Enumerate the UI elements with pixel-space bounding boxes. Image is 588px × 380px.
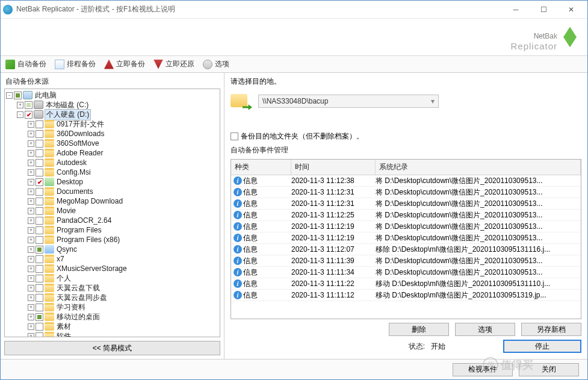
checkbox[interactable] — [36, 236, 43, 244]
events-body[interactable]: i信息2020-11-3 11:12:38将 D:\Desktop\cutdow… — [231, 175, 581, 319]
close-dialog-button[interactable]: 关闭 — [519, 363, 579, 376]
tree-folder-node[interactable]: +0917开封-文件 — [28, 119, 220, 129]
events-group-label: 自动备份事件管理 — [231, 145, 581, 155]
tree-folder-node[interactable]: +PandaOCR_2.64 — [28, 216, 220, 225]
pc-icon — [23, 91, 32, 99]
col-record[interactable]: 系统纪录 — [376, 160, 581, 175]
folder-icon — [45, 284, 54, 292]
folder-icon — [45, 120, 54, 128]
checkbox[interactable] — [36, 207, 43, 215]
tree-folder-node[interactable]: +个人 — [28, 273, 220, 283]
status-label: 状态: — [409, 341, 425, 352]
checkbox[interactable] — [36, 178, 43, 186]
event-row[interactable]: i信息2020-11-3 11:12:38将 D:\Desktop\cutdow… — [231, 175, 581, 187]
folder-icon — [45, 129, 54, 138]
destination-combobox[interactable]: \\NAS33048D\bacup — [258, 95, 439, 108]
backup-now-button[interactable]: 立即备份 — [104, 59, 145, 69]
tree-folder-node[interactable]: +Movie — [28, 206, 220, 216]
checkbox[interactable] — [36, 265, 43, 273]
checkbox[interactable] — [36, 140, 43, 148]
tree-folder-node[interactable]: +Qsync — [28, 245, 220, 254]
tree-folder-node[interactable]: +软件 — [28, 331, 220, 337]
col-time[interactable]: 时间 — [291, 160, 376, 175]
checkbox[interactable] — [36, 332, 43, 338]
event-row[interactable]: i信息2020-11-3 11:12:31将 D:\Desktop\cutdow… — [231, 187, 581, 198]
checkbox[interactable] — [36, 313, 43, 321]
event-row[interactable]: i信息2020-11-3 11:11:22移动 D:\Desktop\ml\微信… — [231, 278, 581, 290]
close-button[interactable]: ✕ — [557, 1, 585, 19]
tree-folder-node[interactable]: +Documents — [28, 187, 220, 196]
event-row[interactable]: i信息2020-11-3 11:12:19将 D:\Desktop\cutdow… — [231, 232, 581, 244]
checkbox[interactable] — [36, 217, 43, 225]
checkbox[interactable] — [36, 169, 43, 176]
save-as-button[interactable]: 另存新档 — [521, 323, 581, 336]
checkbox[interactable] — [36, 255, 43, 263]
checkbox[interactable] — [36, 304, 43, 311]
tree-folder-node[interactable]: +天翼云盘下载 — [28, 283, 220, 293]
event-row[interactable]: i信息2020-11-3 11:12:25将 D:\Desktop\cutdow… — [231, 210, 581, 221]
checkbox[interactable] — [36, 246, 43, 254]
auto-backup-button[interactable]: 自动备份 — [5, 59, 46, 69]
checkbox[interactable] — [14, 92, 22, 99]
tree-folder-node[interactable]: +移动过的桌面 — [28, 312, 220, 322]
checkbox[interactable] — [36, 130, 43, 138]
options-button[interactable]: 选项 — [203, 59, 229, 69]
checkbox[interactable] — [25, 101, 32, 109]
tree-folder-node[interactable]: +Program Files — [28, 225, 220, 235]
brand-banner: NetBak Replicator — [1, 19, 587, 56]
event-options-button[interactable]: 选项 — [455, 323, 515, 336]
schedule-icon — [55, 60, 64, 69]
info-icon: i — [234, 188, 242, 196]
review-events-button[interactable]: 检视事件 — [453, 363, 513, 376]
info-icon: i — [234, 279, 242, 288]
event-row[interactable]: i信息2020-11-3 11:12:07移除 D:\Desktop\ml\微信… — [231, 244, 581, 255]
stop-button[interactable]: 停止 — [503, 340, 581, 353]
maximize-button[interactable]: ☐ — [530, 1, 557, 19]
tree-folder-node[interactable]: +Desktop — [28, 177, 220, 187]
event-row[interactable]: i信息2020-11-3 11:12:31将 D:\Desktop\cutdow… — [231, 198, 581, 210]
checkbox[interactable] — [36, 226, 43, 234]
restore-now-button[interactable]: 立即还原 — [153, 59, 194, 69]
checkbox[interactable] — [36, 284, 43, 292]
source-tree[interactable]: -此电脑+本地磁盘 (C:)-个人硬盘 (D:)+0917开封-文件+360Do… — [4, 89, 220, 337]
checkbox[interactable] — [36, 159, 43, 167]
tree-folder-node[interactable]: +360Downloads — [28, 129, 220, 139]
info-icon: i — [234, 245, 242, 254]
schedule-backup-button[interactable]: 排程备份 — [55, 59, 96, 69]
tree-folder-node[interactable]: +Autodesk — [28, 158, 220, 167]
tree-folder-node[interactable]: +天翼云盘同步盘 — [28, 293, 220, 302]
folder-icon — [45, 303, 54, 311]
tree-folder-node[interactable]: +素材 — [28, 322, 220, 331]
folder-icon — [45, 168, 54, 176]
col-kind[interactable]: 种类 — [231, 160, 291, 175]
simple-mode-button[interactable]: << 简易模式 — [4, 341, 220, 355]
destination-folder-icon — [231, 90, 252, 112]
tree-drive-node[interactable]: -个人硬盘 (D:) — [17, 110, 220, 119]
minimize-button[interactable]: ─ — [502, 1, 530, 19]
tree-folder-node[interactable]: +Config.Msi — [28, 167, 220, 177]
tree-folder-node[interactable]: +XMusicServerStorage — [28, 264, 220, 273]
checkbox[interactable] — [36, 323, 43, 331]
checkbox[interactable] — [36, 275, 43, 282]
folder-icon — [45, 149, 54, 157]
tree-root-node[interactable]: -此电脑 — [6, 90, 220, 100]
checkbox[interactable] — [25, 111, 32, 119]
tree-folder-node[interactable]: +MegoMap Download — [28, 196, 220, 206]
tree-folder-node[interactable]: +360SoftMove — [28, 139, 220, 148]
event-row[interactable]: i信息2020-11-3 11:11:39将 D:\Desktop\cutdow… — [231, 255, 581, 267]
checkbox[interactable] — [36, 120, 43, 128]
checkbox[interactable] — [36, 149, 43, 157]
checkbox[interactable] — [36, 198, 43, 205]
checkbox[interactable] — [36, 188, 43, 196]
tree-folder-node[interactable]: +Program Files (x86) — [28, 235, 220, 245]
checkbox[interactable] — [36, 294, 43, 302]
auto-icon — [5, 60, 15, 69]
mirror-checkbox[interactable] — [231, 132, 238, 140]
event-row[interactable]: i信息2020-11-3 11:11:34将 D:\Desktop\cutdow… — [231, 267, 581, 278]
event-row[interactable]: i信息2020-11-3 11:11:12移动 D:\Desktop\ml\微信… — [231, 290, 581, 301]
event-row[interactable]: i信息2020-11-3 11:12:19将 D:\Desktop\cutdow… — [231, 221, 581, 232]
delete-button[interactable]: 删除 — [389, 323, 449, 336]
tree-folder-node[interactable]: +x7 — [28, 254, 220, 264]
tree-folder-node[interactable]: +学习资料 — [28, 302, 220, 312]
tree-folder-node[interactable]: +Adobe Reader — [28, 148, 220, 158]
